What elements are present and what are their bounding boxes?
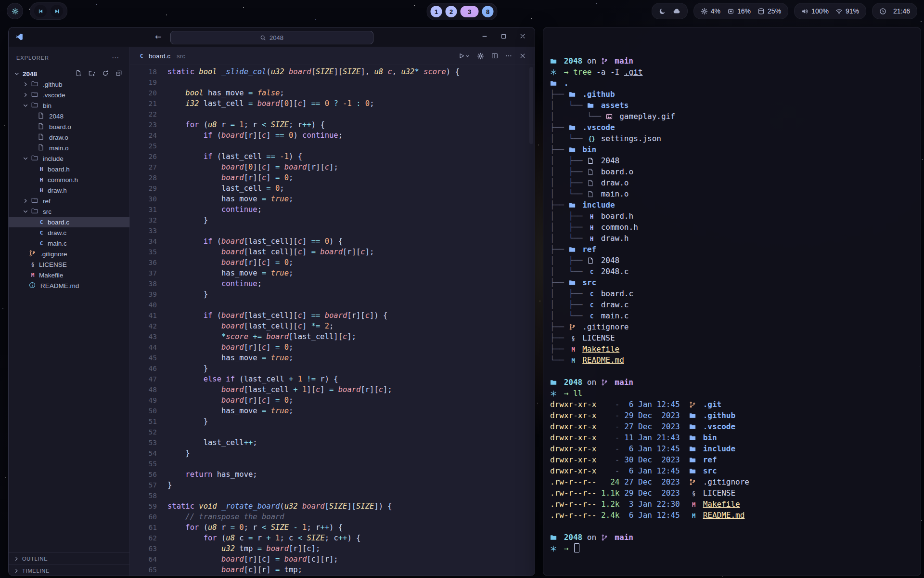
terminal-tree-line: │ └── C 2048.c (550, 266, 921, 277)
explorer-file-main.c[interactable]: Cmain.c (9, 238, 129, 249)
explorer-file-board.o[interactable]: board.o (9, 121, 129, 132)
explorer-file-main.o[interactable]: main.o (9, 143, 129, 153)
code-editor[interactable]: 18static bool _slide_col(u32 board[SIZE]… (130, 65, 535, 576)
item-label: draw.o (49, 134, 68, 141)
media-prev-button[interactable] (34, 5, 47, 17)
code-line: 31 continue; (130, 204, 535, 215)
code-line: 52 (130, 427, 535, 437)
folder-icon (689, 433, 698, 444)
braces-icon: {} (587, 134, 596, 145)
folder-icon (689, 455, 698, 466)
explorer-root-item[interactable]: 2048 (9, 68, 129, 79)
explorer-file-board.c[interactable]: Cboard.c (9, 217, 129, 227)
explorer-file-2048[interactable]: 2048 (9, 111, 129, 121)
section-outline[interactable]: OUTLINE (9, 552, 129, 565)
workspace-3-active[interactable]: 3 (461, 6, 479, 17)
item-label: main.o (49, 144, 69, 152)
window-close-button[interactable] (518, 32, 527, 42)
code-line: 30 has_move = true; (130, 194, 535, 204)
item-label: include (43, 155, 64, 162)
explorer-folder-ref[interactable]: ref (9, 196, 129, 206)
header-icon: H (587, 211, 596, 223)
explorer-folder-src[interactable]: src (9, 206, 129, 217)
cfile-icon: C (587, 300, 596, 311)
explorer-folder-include[interactable]: include (9, 153, 129, 164)
clock-value: 21:46 (893, 7, 910, 15)
nix-snowflake-icon (550, 67, 559, 79)
explorer-file-draw.h[interactable]: Hdraw.h (9, 185, 129, 196)
code-line: 24 if (board[r][c] == 0) continue; (130, 130, 535, 141)
terminal-cursor (574, 543, 579, 552)
terminal-ll-line: .rw-r--r-- 24 27 Dec 2023 .gitignore (550, 476, 921, 487)
command-center-search[interactable]: 2048 (170, 31, 373, 44)
run-file-button[interactable] (458, 53, 470, 59)
launcher-button[interactable] (7, 3, 23, 19)
workspace-2[interactable]: 2 (446, 6, 457, 17)
explorer-file-Makefile[interactable]: MMakefile (9, 270, 129, 280)
nav-back-button[interactable]: ← (153, 31, 163, 42)
editor-more-button[interactable] (505, 53, 512, 59)
explorer-file-common.h[interactable]: Hcommon.h (9, 174, 129, 185)
terminal-prompt-line: 2048 on main (550, 377, 921, 388)
search-label: 2048 (270, 34, 283, 41)
code-line: 56 return has_move; (130, 469, 535, 480)
cwd-folder-icon (550, 533, 559, 544)
workspace-8[interactable]: 8 (482, 6, 494, 17)
explorer-file-board.h[interactable]: Hboard.h (9, 164, 129, 174)
explorer-folder-bin[interactable]: bin (9, 100, 129, 111)
line-number: 20 (130, 88, 167, 98)
line-number: 49 (130, 395, 167, 406)
folder-icon (569, 90, 578, 101)
volume-value: 100% (811, 7, 829, 15)
explorer-file-README.md[interactable]: README.md (9, 280, 129, 291)
folder-icon (689, 444, 698, 455)
explorer-folder-.github[interactable]: .github (9, 79, 129, 90)
code-line: 21 i32 last_cell = board[0][c] == 0 ? -1… (130, 98, 535, 109)
explorer-file-.gitignore[interactable]: .gitignore (9, 249, 129, 259)
explorer-more-button[interactable]: ⋯ (109, 53, 122, 63)
editor-settings-button[interactable] (477, 53, 484, 60)
terminal-tree-line: ├── ref (550, 244, 921, 255)
explorer-folder-.vscode[interactable]: .vscode (9, 90, 129, 100)
git-branch-icon (601, 56, 610, 67)
section-timeline[interactable]: TIMELINE (9, 565, 129, 576)
cpu-value: 4% (711, 7, 720, 15)
line-number: 44 (130, 342, 167, 353)
cpu-icon (701, 8, 708, 15)
code-line: 53 last_cell++; (130, 437, 535, 448)
window-maximize-button[interactable] (500, 32, 508, 42)
chevron-down-icon (22, 209, 29, 214)
explorer-file-draw.o[interactable]: draw.o (9, 132, 129, 143)
line-number: 64 (130, 554, 167, 565)
filedim-icon (38, 112, 47, 120)
window-minimize-button[interactable] (480, 32, 489, 42)
line-number: 50 (130, 406, 167, 416)
terminal-ll-line: .rw-r--r-- 2.4k 6 Jan 12:45 M README.md (550, 510, 921, 521)
code-line: 25 (130, 141, 535, 151)
close-editor-button[interactable] (519, 53, 526, 59)
terminal-tree-line: ├── src (550, 277, 921, 288)
editor-tabbar: C board.c src (130, 47, 535, 65)
item-label: README.md (40, 282, 79, 289)
terminal-tree-line: │ ├── H board.h (550, 210, 921, 222)
terminal-tree-line: │ └── {} settings.json (550, 133, 921, 144)
explorer-file-LICENSE[interactable]: §LICENSE (9, 259, 129, 270)
workspace-1[interactable]: 1 (431, 6, 442, 17)
code-line: 48 board[last_cell + 1][c] = board[r][c]… (130, 384, 535, 395)
terminal-tree-line: │ ├── draw.o (550, 177, 921, 188)
markdown-icon: M (689, 511, 698, 522)
line-number: 51 (130, 416, 167, 427)
item-label: board.h (48, 166, 70, 173)
workspaces: 1238 (427, 3, 498, 20)
git-icon (29, 250, 38, 258)
media-next-button[interactable] (51, 5, 63, 17)
terminal-tree-line: │ ├── board.o (550, 166, 921, 177)
header-icon: H (38, 187, 45, 194)
tab-board-c[interactable]: C board.c src (135, 53, 188, 60)
split-editor-button[interactable] (491, 53, 498, 59)
terminal-body[interactable]: 2048 on main → tree -a -I .git .├── .git… (543, 27, 921, 554)
folder-icon (550, 79, 559, 90)
line-number: 25 (130, 141, 167, 151)
explorer-file-draw.c[interactable]: Cdraw.c (9, 227, 129, 238)
header-icon: H (38, 166, 45, 172)
